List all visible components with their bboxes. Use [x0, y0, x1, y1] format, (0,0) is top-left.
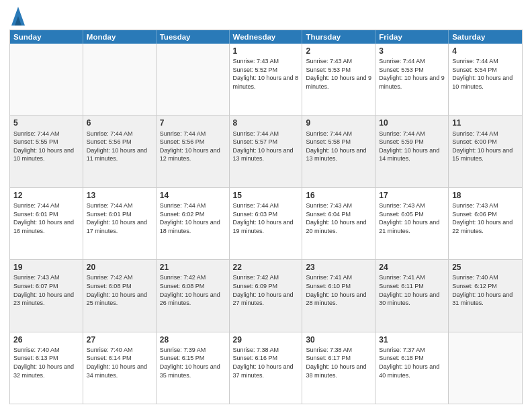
cell-info: Sunrise: 7:40 AM Sunset: 6:14 PM Dayligh…	[87, 346, 152, 379]
cal-cell: 15Sunrise: 7:44 AM Sunset: 6:03 PM Dayli…	[230, 188, 303, 259]
cell-info: Sunrise: 7:42 AM Sunset: 6:09 PM Dayligh…	[233, 273, 299, 307]
cal-cell: 5Sunrise: 7:44 AM Sunset: 5:55 PM Daylig…	[10, 116, 83, 187]
cal-cell: 28Sunrise: 7:39 AM Sunset: 6:15 PM Dayli…	[157, 332, 230, 404]
day-number: 25	[452, 262, 519, 273]
cell-info: Sunrise: 7:44 AM Sunset: 6:00 PM Dayligh…	[452, 130, 519, 163]
cal-cell: 16Sunrise: 7:43 AM Sunset: 6:04 PM Dayli…	[302, 188, 375, 259]
cal-cell	[449, 332, 522, 404]
cal-cell: 8Sunrise: 7:44 AM Sunset: 5:57 PM Daylig…	[230, 116, 303, 187]
logo	[9, 9, 25, 26]
cal-cell: 7Sunrise: 7:44 AM Sunset: 5:56 PM Daylig…	[157, 116, 230, 187]
cal-cell	[157, 44, 230, 115]
cal-header-saturday: Saturday	[449, 30, 522, 44]
day-number: 16	[306, 190, 371, 201]
cell-info: Sunrise: 7:38 AM Sunset: 6:16 PM Dayligh…	[233, 346, 299, 379]
cal-cell: 22Sunrise: 7:42 AM Sunset: 6:09 PM Dayli…	[230, 260, 303, 331]
cal-cell: 1Sunrise: 7:43 AM Sunset: 5:52 PM Daylig…	[230, 44, 303, 115]
day-number: 27	[87, 334, 152, 345]
cell-info: Sunrise: 7:44 AM Sunset: 5:57 PM Dayligh…	[233, 130, 299, 163]
cell-info: Sunrise: 7:40 AM Sunset: 6:12 PM Dayligh…	[452, 273, 519, 307]
cal-cell: 26Sunrise: 7:40 AM Sunset: 6:13 PM Dayli…	[10, 332, 83, 404]
cal-cell: 6Sunrise: 7:44 AM Sunset: 5:56 PM Daylig…	[83, 116, 157, 187]
day-number: 6	[87, 118, 152, 128]
cell-info: Sunrise: 7:44 AM Sunset: 5:55 PM Dayligh…	[13, 130, 79, 163]
day-number: 5	[13, 118, 79, 128]
cell-info: Sunrise: 7:42 AM Sunset: 6:08 PM Dayligh…	[87, 273, 152, 307]
calendar-body: 1Sunrise: 7:43 AM Sunset: 5:52 PM Daylig…	[10, 44, 522, 404]
cell-info: Sunrise: 7:42 AM Sunset: 6:08 PM Dayligh…	[160, 273, 226, 307]
cell-info: Sunrise: 7:44 AM Sunset: 6:03 PM Dayligh…	[233, 201, 299, 235]
cell-info: Sunrise: 7:44 AM Sunset: 5:54 PM Dayligh…	[452, 57, 519, 91]
page: SundayMondayTuesdayWednesdayThursdayFrid…	[0, 0, 532, 411]
day-number: 1	[233, 46, 299, 56]
day-number: 9	[306, 118, 371, 128]
cal-header-monday: Monday	[83, 30, 157, 44]
day-number: 28	[160, 334, 226, 345]
cal-header-thursday: Thursday	[302, 30, 375, 44]
cell-info: Sunrise: 7:40 AM Sunset: 6:13 PM Dayligh…	[13, 346, 79, 379]
day-number: 20	[87, 262, 152, 273]
cell-info: Sunrise: 7:39 AM Sunset: 6:15 PM Dayligh…	[160, 346, 226, 379]
day-number: 10	[379, 118, 445, 128]
cal-cell: 29Sunrise: 7:38 AM Sunset: 6:16 PM Dayli…	[230, 332, 303, 404]
day-number: 21	[160, 262, 226, 273]
cell-info: Sunrise: 7:44 AM Sunset: 5:59 PM Dayligh…	[379, 130, 445, 163]
cal-cell: 10Sunrise: 7:44 AM Sunset: 5:59 PM Dayli…	[375, 116, 449, 187]
header	[9, 7, 523, 26]
cal-week-1: 1Sunrise: 7:43 AM Sunset: 5:52 PM Daylig…	[10, 44, 522, 115]
cal-cell: 13Sunrise: 7:44 AM Sunset: 6:01 PM Dayli…	[83, 188, 157, 259]
cal-cell: 30Sunrise: 7:38 AM Sunset: 6:17 PM Dayli…	[302, 332, 375, 404]
cal-cell: 3Sunrise: 7:44 AM Sunset: 5:53 PM Daylig…	[375, 44, 449, 115]
cell-info: Sunrise: 7:43 AM Sunset: 5:52 PM Dayligh…	[233, 57, 299, 91]
cell-info: Sunrise: 7:43 AM Sunset: 6:07 PM Dayligh…	[13, 273, 79, 307]
cal-cell: 18Sunrise: 7:43 AM Sunset: 6:06 PM Dayli…	[449, 188, 522, 259]
cell-info: Sunrise: 7:41 AM Sunset: 6:10 PM Dayligh…	[306, 273, 371, 307]
day-number: 8	[233, 118, 299, 128]
day-number: 7	[160, 118, 226, 128]
cal-cell: 31Sunrise: 7:37 AM Sunset: 6:18 PM Dayli…	[375, 332, 449, 404]
cal-week-5: 26Sunrise: 7:40 AM Sunset: 6:13 PM Dayli…	[10, 332, 522, 404]
day-number: 17	[379, 190, 445, 201]
cal-cell: 27Sunrise: 7:40 AM Sunset: 6:14 PM Dayli…	[83, 332, 157, 404]
day-number: 18	[452, 190, 519, 201]
day-number: 30	[306, 334, 371, 345]
cell-info: Sunrise: 7:43 AM Sunset: 6:05 PM Dayligh…	[379, 201, 445, 235]
cal-cell: 23Sunrise: 7:41 AM Sunset: 6:10 PM Dayli…	[302, 260, 375, 331]
cal-header-wednesday: Wednesday	[230, 30, 303, 44]
cell-info: Sunrise: 7:44 AM Sunset: 5:58 PM Dayligh…	[306, 130, 371, 163]
day-number: 26	[13, 334, 79, 345]
cal-cell: 25Sunrise: 7:40 AM Sunset: 6:12 PM Dayli…	[449, 260, 522, 331]
cal-cell: 17Sunrise: 7:43 AM Sunset: 6:05 PM Dayli…	[375, 188, 449, 259]
cell-info: Sunrise: 7:38 AM Sunset: 6:17 PM Dayligh…	[306, 346, 371, 379]
cal-week-4: 19Sunrise: 7:43 AM Sunset: 6:07 PM Dayli…	[10, 259, 522, 331]
cal-cell: 24Sunrise: 7:41 AM Sunset: 6:11 PM Dayli…	[375, 260, 449, 331]
day-number: 12	[13, 190, 79, 201]
cell-info: Sunrise: 7:43 AM Sunset: 6:04 PM Dayligh…	[306, 201, 371, 235]
cal-week-3: 12Sunrise: 7:44 AM Sunset: 6:01 PM Dayli…	[10, 187, 522, 259]
cell-info: Sunrise: 7:44 AM Sunset: 6:01 PM Dayligh…	[13, 201, 79, 235]
day-number: 23	[306, 262, 371, 273]
cal-header-sunday: Sunday	[10, 30, 83, 44]
calendar: SundayMondayTuesdayWednesdayThursdayFrid…	[9, 30, 523, 404]
day-number: 11	[452, 118, 519, 128]
logo-icon	[11, 7, 25, 26]
day-number: 31	[379, 334, 445, 345]
cal-cell: 4Sunrise: 7:44 AM Sunset: 5:54 PM Daylig…	[449, 44, 522, 115]
cal-cell: 21Sunrise: 7:42 AM Sunset: 6:08 PM Dayli…	[157, 260, 230, 331]
cal-cell: 14Sunrise: 7:44 AM Sunset: 6:02 PM Dayli…	[157, 188, 230, 259]
cell-info: Sunrise: 7:43 AM Sunset: 5:53 PM Dayligh…	[306, 57, 371, 91]
cell-info: Sunrise: 7:37 AM Sunset: 6:18 PM Dayligh…	[379, 346, 445, 379]
cal-cell: 9Sunrise: 7:44 AM Sunset: 5:58 PM Daylig…	[302, 116, 375, 187]
cal-cell	[83, 44, 157, 115]
cal-header-friday: Friday	[375, 30, 449, 44]
cal-cell: 2Sunrise: 7:43 AM Sunset: 5:53 PM Daylig…	[302, 44, 375, 115]
cell-info: Sunrise: 7:41 AM Sunset: 6:11 PM Dayligh…	[379, 273, 445, 307]
day-number: 15	[233, 190, 299, 201]
day-number: 14	[160, 190, 226, 201]
day-number: 24	[379, 262, 445, 273]
cell-info: Sunrise: 7:43 AM Sunset: 6:06 PM Dayligh…	[452, 201, 519, 235]
cal-cell	[10, 44, 83, 115]
cell-info: Sunrise: 7:44 AM Sunset: 6:01 PM Dayligh…	[87, 201, 152, 235]
day-number: 4	[452, 46, 519, 56]
day-number: 3	[379, 46, 445, 56]
